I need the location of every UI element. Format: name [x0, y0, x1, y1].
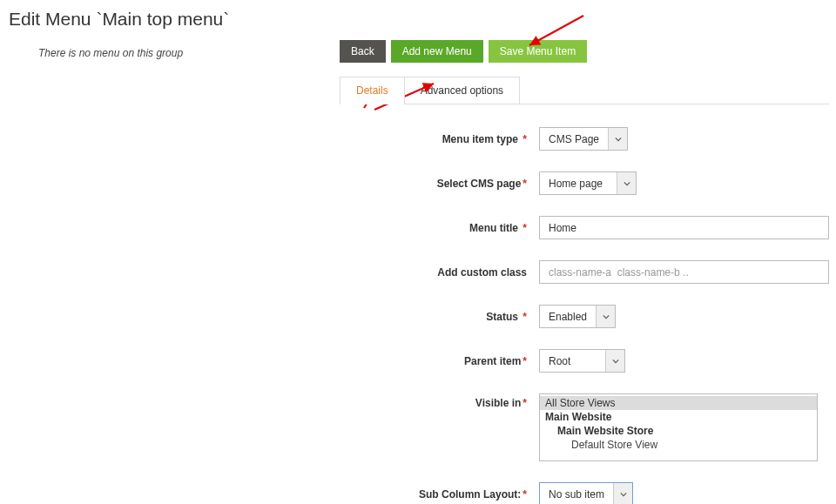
label-visible-in: Visible in* [340, 393, 539, 409]
back-button[interactable]: Back [340, 40, 386, 63]
chevron-down-icon [605, 350, 624, 372]
tab-bar: Details Advanced options [340, 77, 829, 104]
right-column: Back Add new Menu Save Menu Item Details… [340, 35, 836, 504]
page-title: Edit Menu `Main top menu` [0, 0, 836, 35]
label-parent-item: Parent item* [340, 355, 539, 367]
select-menu-item-type-value: CMS Page [540, 128, 608, 150]
label-select-cms-page: Select CMS page* [340, 178, 539, 190]
select-parent-item-value: Root [540, 350, 605, 372]
chevron-down-icon [596, 306, 615, 327]
chevron-down-icon [613, 483, 632, 504]
select-cms-page[interactable]: Home page [539, 171, 637, 195]
chevron-down-icon [608, 128, 627, 150]
label-sub-column-layout: Sub Column Layout:* [340, 488, 539, 501]
list-item[interactable]: All Store Views [540, 396, 817, 410]
form-details: Menu item type * CMS Page Select CMS pag… [340, 104, 829, 504]
layout: There is no menu on this group Back Add … [0, 35, 836, 504]
label-custom-class: Add custom class [340, 266, 539, 279]
select-sub-column-layout-value: No sub item [540, 483, 613, 504]
select-parent-item[interactable]: Root [539, 349, 625, 373]
select-status-value: Enabled [540, 306, 596, 327]
label-status: Status * [340, 311, 539, 323]
listbox-visible-in[interactable]: All Store Views Main Website Main Websit… [539, 393, 818, 461]
select-sub-column-layout[interactable]: No sub item [539, 482, 633, 504]
chevron-down-icon [617, 172, 636, 194]
add-new-menu-button[interactable]: Add new Menu [391, 40, 483, 63]
input-menu-title[interactable] [539, 216, 829, 239]
list-item[interactable]: Main Website Store [540, 424, 817, 438]
top-button-row: Back Add new Menu Save Menu Item [340, 40, 829, 63]
tab-advanced-options[interactable]: Advanced options [404, 77, 520, 104]
save-menu-item-button[interactable]: Save Menu Item [489, 40, 587, 63]
left-column: There is no menu on this group [0, 35, 340, 59]
list-item[interactable]: Default Store View [540, 438, 817, 452]
list-item[interactable]: Main Website [540, 410, 817, 424]
label-menu-title: Menu title * [340, 222, 539, 234]
empty-menu-message: There is no menu on this group [0, 35, 340, 59]
input-custom-class[interactable] [539, 260, 829, 284]
tab-details[interactable]: Details [340, 77, 405, 104]
select-menu-item-type[interactable]: CMS Page [539, 127, 628, 151]
select-status[interactable]: Enabled [539, 305, 616, 328]
select-cms-page-value: Home page [540, 172, 617, 194]
label-menu-item-type: Menu item type * [340, 133, 539, 145]
